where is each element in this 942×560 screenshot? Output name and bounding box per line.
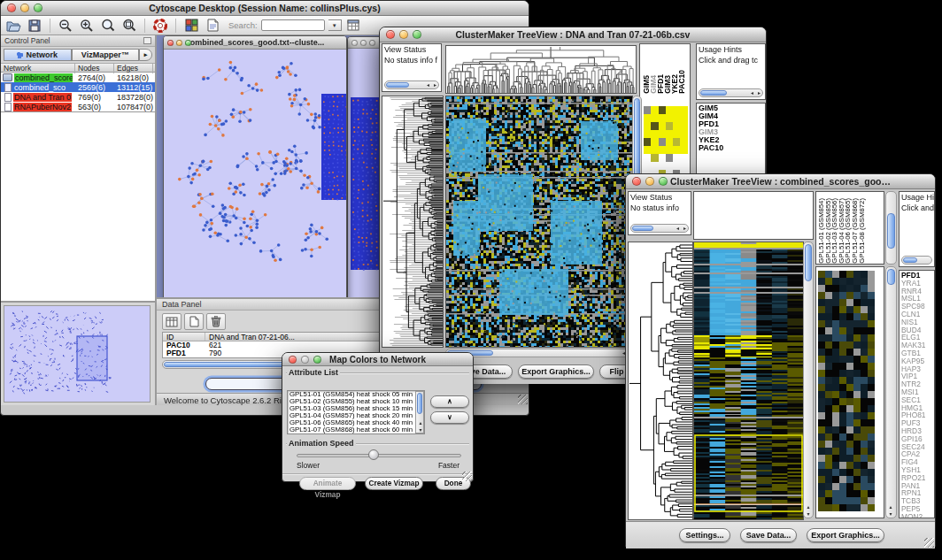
scroll-down-icon[interactable]: ▾ [417,426,424,433]
view-status-hscrollbar[interactable]: ◂ ▸ [630,224,689,233]
scroll-left-icon[interactable]: ◂ [751,89,753,97]
column-label[interactable]: PAC10 [678,70,685,94]
zoom-button[interactable] [313,356,321,364]
col-edges[interactable]: Edges [114,64,153,73]
scroll-right-icon[interactable]: ▸ [434,81,436,89]
scroll-left-icon[interactable]: ◂ [676,225,679,233]
main-titlebar[interactable]: Cytoscape Desktop (Session Name: collins… [1,1,529,16]
annotation-icon[interactable] [204,18,221,34]
tv2-zoom-vscrollbar[interactable]: ▴ ▾ [885,266,897,518]
scrollbar-thumb[interactable] [887,213,895,249]
scroll-down-icon[interactable]: ▾ [887,510,894,517]
birdseye-view[interactable] [1,301,155,405]
control-panel-tab[interactable]: VizMapper™ [72,49,140,61]
tv2-save-data-button[interactable]: Save Data... [740,528,797,542]
scrollbar-thumb[interactable] [887,269,895,285]
scroll-down-icon[interactable]: ▾ [805,510,812,517]
new-attribute-icon[interactable] [184,313,204,330]
open-file-button[interactable] [4,18,22,34]
save-button[interactable] [26,18,43,34]
create-vizmap-button[interactable]: Create Vizmap [365,477,423,490]
attribute-item[interactable]: GPL51-07 (GSM868) heat shock 60 min [288,426,424,433]
network-view-canvas[interactable] [164,50,346,297]
scrollbar-thumb[interactable] [700,90,727,96]
scrollbar-thumb[interactable] [417,393,422,414]
close-button[interactable] [7,4,16,12]
zoom-button[interactable] [413,30,421,39]
network-row[interactable]: combined_sco 2569(6) 13112(15) [1,82,155,92]
tv1-export-graphics-button[interactable]: Export Graphics... [518,364,594,379]
scroll-left-icon[interactable]: ◂ [427,81,429,89]
column-label[interactable]: GPL51-08 (GSM872) [859,198,866,264]
zoom-button[interactable] [34,4,42,12]
scroll-right-icon[interactable]: ▸ [758,89,761,97]
close-button[interactable] [632,177,641,186]
resize-grip[interactable] [924,538,934,548]
vizmapper-grid-icon[interactable] [182,18,200,34]
scrollbar-thumb[interactable] [386,82,409,88]
minimize-button[interactable] [20,4,29,12]
scroll-up-icon[interactable]: ▴ [805,503,812,510]
tv2-export-graphics-button[interactable]: Export Graphics... [807,528,884,542]
close-button[interactable] [386,30,395,39]
listbox-vscrollbar[interactable]: ▴ ▾ [415,391,424,433]
usage-hints-hscrollbar[interactable]: ◂ ▸ [699,88,763,97]
close-button[interactable] [167,40,174,46]
minimize-button[interactable] [399,30,408,39]
attribute-listbox[interactable]: GPL51-01 (GSM854) heat shock 05 minGPL51… [287,390,425,434]
animate-vizmap-button[interactable]: Animate Vizmap [299,477,356,490]
resize-grip[interactable] [518,395,528,404]
tv2-titlebar[interactable]: ClusterMaker TreeView : combined_scores_… [626,174,935,189]
gene-label[interactable]: MON2 [900,513,934,518]
scrollbar-thumb[interactable] [634,98,640,182]
zoom-fit-icon[interactable] [120,18,138,34]
network-row[interactable]: RNAPuberNov2+ 563(0) 107847(0) [1,102,155,111]
dialog-titlebar[interactable]: Map Colors to Network [282,353,473,366]
network-view-window[interactable]: combined_scores_good.txt--cluste... [163,35,347,297]
minimize-button[interactable] [645,177,654,186]
network-row[interactable]: DNA and Tran 07 769(0) 183728(0) [1,92,155,102]
network-tree-area[interactable] [1,111,155,301]
network-view-titlebar[interactable]: combined_scores_good.txt--cluste... [164,36,346,50]
zoom-selected-icon[interactable] [99,18,117,34]
animation-speed-slider[interactable] [297,454,461,457]
background-network-canvas[interactable] [348,49,383,297]
birdseye-canvas[interactable] [4,305,151,403]
delete-attribute-trash-icon[interactable] [206,313,226,330]
tv1-column-dendrogram[interactable] [445,45,637,94]
tv2-heatmap-vscrollbar[interactable]: ▴ ▾ [803,242,814,518]
control-panel-tab[interactable]: Network [4,49,72,61]
scrollbar-thumb[interactable] [632,226,653,231]
zoom-in-icon[interactable] [78,18,96,34]
scroll-right-icon[interactable]: ▸ [683,225,686,233]
tv2-heatmap-canvas[interactable] [693,242,804,520]
minimize-button[interactable] [176,40,182,46]
search-input[interactable] [261,19,325,31]
scroll-up-icon[interactable]: ▴ [417,419,424,426]
scroll-up-icon[interactable]: ▴ [887,503,894,510]
col-id[interactable]: ID [163,333,205,341]
network-row[interactable]: combined_scores 2764(0) 16218(0) [1,73,155,82]
attribute-select-icon[interactable] [162,313,181,330]
tv2-row-dendrogram[interactable] [628,242,693,520]
scrollbar-thumb[interactable] [805,244,812,281]
move-up-button[interactable]: ∧ [430,395,469,408]
control-panel-tab[interactable]: ▸ [139,49,152,61]
search-dropdown-icon[interactable]: ▼ [328,19,342,31]
tv2-gene-list[interactable]: PFD1YRA1RNR4MSL1SPC98CLN1NIS1BUD4ELG1MAK… [899,270,935,518]
zoom-button[interactable] [659,177,668,186]
col-nodes[interactable]: Nodes [75,64,114,73]
float-panel-icon[interactable] [143,37,151,44]
tv2-zoom-heatmap-canvas[interactable] [818,271,875,511]
tv2-column-dendrogram-area[interactable] [693,191,814,240]
tv1-correlation-matrix[interactable] [644,106,688,154]
tv2-settings-button[interactable]: Settings... [679,528,730,542]
usage-hints-hscrollbar[interactable] [901,256,932,265]
zoom-out-icon[interactable] [57,18,74,34]
zoom-button[interactable] [185,40,191,46]
tv1-titlebar[interactable]: ClusterMaker TreeView : DNA and Tran 07-… [380,27,766,42]
row-label[interactable]: PAC10 [697,144,765,152]
table-view-icon[interactable] [345,18,363,34]
tv1-row-dendrogram[interactable] [382,96,444,348]
close-button[interactable] [289,356,297,364]
